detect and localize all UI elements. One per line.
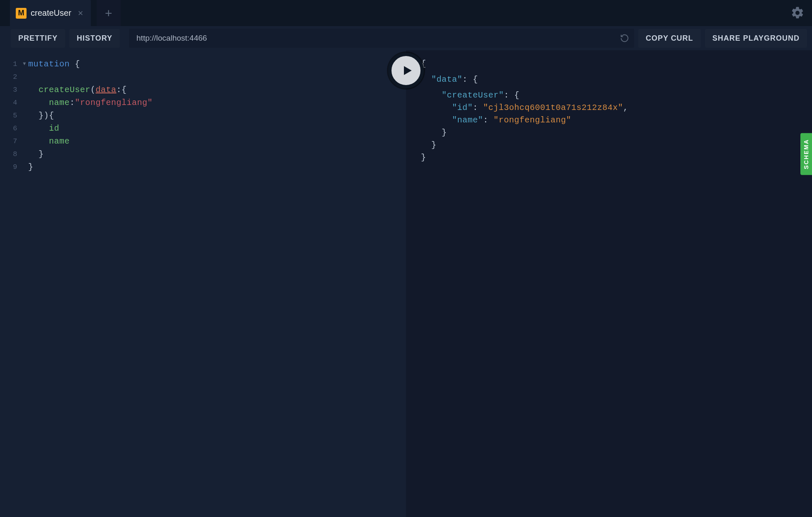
tab-createuser[interactable]: M createUser × (10, 0, 91, 26)
workspace: 1 ▼ mutation { 2 3 createUser(data:{ 4 n… (0, 50, 812, 517)
line-number: 1 (0, 58, 21, 71)
gear-icon (790, 6, 805, 20)
new-tab-button[interactable]: + (97, 0, 121, 26)
endpoint-input[interactable] (129, 29, 634, 48)
line-number: 5 (0, 109, 21, 122)
line-number: 4 (0, 96, 21, 109)
line-number: 2 (0, 71, 21, 83)
tab-title: createUser (31, 8, 71, 18)
reload-icon[interactable] (620, 34, 629, 43)
history-button[interactable]: HISTORY (69, 29, 120, 48)
query-editor-pane: 1 ▼ mutation { 2 3 createUser(data:{ 4 n… (0, 50, 406, 517)
response-pane: ▼ { ▼ "data": { "createUser": { "id": "c… (406, 50, 812, 517)
line-number: 9 (0, 161, 21, 173)
prettify-button[interactable]: PRETTIFY (11, 29, 65, 48)
execute-button[interactable] (388, 53, 424, 88)
endpoint-wrap (129, 29, 634, 48)
play-icon (401, 64, 414, 77)
fold-toggle[interactable]: ▼ (21, 58, 28, 71)
settings-button[interactable] (790, 6, 805, 20)
response-viewer[interactable]: ▼ { ▼ "data": { "createUser": { "id": "c… (409, 58, 812, 164)
line-number: 3 (0, 83, 21, 96)
plus-icon: + (105, 6, 112, 20)
toolbar: PRETTIFY HISTORY COPY CURL SHARE PLAYGRO… (0, 26, 812, 50)
copy-curl-button[interactable]: COPY CURL (638, 29, 701, 48)
line-number: 8 (0, 148, 21, 161)
query-editor[interactable]: 1 ▼ mutation { 2 3 createUser(data:{ 4 n… (0, 58, 406, 173)
operation-type-badge: M (16, 8, 27, 19)
line-number: 7 (0, 135, 21, 148)
schema-tab[interactable]: SCHEMA (800, 133, 812, 175)
share-playground-button[interactable]: SHARE PLAYGROUND (705, 29, 807, 48)
close-icon[interactable]: × (78, 9, 83, 18)
tab-bar: M createUser × + (0, 0, 812, 26)
line-number: 6 (0, 122, 21, 135)
